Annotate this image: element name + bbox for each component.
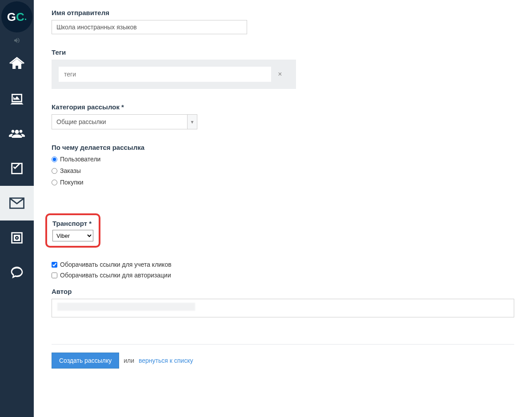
radio-purchases-input[interactable] [52,180,57,185]
checkbox-wrap-clicks-input[interactable] [52,262,57,268]
category-label: Категория рассылок * [52,103,514,111]
sidebar: GC. [0,0,34,417]
category-select[interactable]: Общие рассылки ▼ [52,114,197,129]
checkbox-wrap-auth[interactable]: Оборачивать ссылки для авторизации [52,272,514,279]
transport-select[interactable]: Viber [52,230,93,241]
sound-icon[interactable] [0,34,34,47]
sender-input[interactable] [52,20,247,34]
author-group: Автор [52,288,514,317]
back-link[interactable]: вернуться к списку [139,357,193,364]
nav-tasks[interactable] [0,151,34,186]
transport-label: Транспорт * [52,220,93,227]
category-selected: Общие рассылки [52,114,188,129]
checkbox-wrap-clicks-label: Оборачивать ссылки для учета кликов [60,261,172,268]
nav-mail[interactable] [0,186,34,221]
checkbox-wrap-auth-label: Оборачивать ссылки для авторизации [60,272,171,279]
radio-orders-label: Заказы [60,167,81,174]
nav-analytics[interactable] [0,82,34,116]
nav-settings[interactable] [0,221,34,255]
footer-or: или [124,357,134,364]
chevron-down-icon: ▼ [188,114,197,129]
app-logo: GC. [1,1,32,32]
checkbox-wrap-clicks[interactable]: Оборачивать ссылки для учета кликов [52,261,514,268]
tags-container: × [52,60,296,89]
wrap-links-group: Оборачивать ссылки для учета кликов Обор… [52,261,514,279]
author-label: Автор [52,288,514,295]
create-button[interactable]: Создать рассылку [52,353,119,369]
sendby-label: По чему делается рассылка [52,144,514,151]
radio-purchases-label: Покупки [60,179,84,186]
tags-input[interactable] [59,67,271,82]
nav-home[interactable] [0,47,34,82]
nav-chat[interactable] [0,255,34,290]
checkbox-wrap-auth-input[interactable] [52,273,57,278]
radio-purchases[interactable]: Покупки [52,179,514,186]
author-input[interactable] [52,299,514,317]
divider [52,344,514,345]
transport-highlight: Транспорт * Viber [45,213,100,248]
radio-users-input[interactable] [52,156,57,162]
radio-users[interactable]: Пользователи [52,156,514,163]
close-icon[interactable]: × [271,70,289,78]
category-group: Категория рассылок * Общие рассылки ▼ [52,103,514,129]
radio-orders[interactable]: Заказы [52,167,514,174]
sender-label: Имя отправителя [52,9,514,16]
footer-actions: Создать рассылку или вернуться к списку [52,353,514,369]
radio-orders-input[interactable] [52,168,57,174]
nav-users[interactable] [0,116,34,151]
radio-users-label: Пользователи [60,156,100,163]
tags-label: Теги [52,48,514,56]
sendby-group: По чему делается рассылка Пользователи З… [52,144,514,186]
author-redacted [57,303,195,311]
form-container: Имя отправителя Теги × Категория рассыло… [34,0,532,417]
sender-group: Имя отправителя [52,9,514,34]
tags-group: Теги × [52,48,514,89]
